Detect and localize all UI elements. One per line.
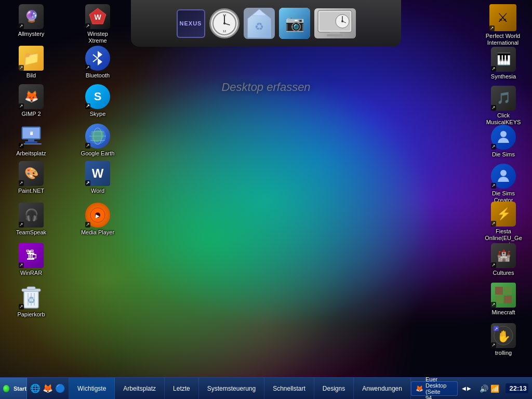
monitor-clock-icon bbox=[314, 8, 356, 38]
top-dock: NExUS 12 12 bbox=[131, 0, 401, 47]
icon-word[interactable]: W ↗ Word bbox=[77, 161, 118, 195]
svg-marker-7 bbox=[252, 9, 267, 16]
icon-skype[interactable]: S ↗ Skype bbox=[77, 84, 118, 118]
svg-line-21 bbox=[93, 55, 98, 58]
skype-icon: S ↗ bbox=[85, 84, 110, 109]
icon-google-earth[interactable]: ↗ Google Earth bbox=[77, 124, 118, 157]
taskbar-nav-anwendungen[interactable]: Anwendungen bbox=[354, 378, 411, 400]
svg-rect-45 bbox=[504, 287, 512, 295]
clock-icon: 12 12 bbox=[209, 8, 240, 38]
synthesia-icon: 🎹 ↗ bbox=[491, 47, 516, 72]
svg-rect-37 bbox=[27, 287, 35, 289]
taskbar-nav-wichtigste[interactable]: Wichtigste bbox=[69, 378, 115, 400]
camera-icon: 📷 bbox=[279, 8, 310, 39]
tray-sound[interactable]: 📶 bbox=[490, 384, 499, 393]
winrar-icon: 🗜 ↗ bbox=[19, 243, 44, 268]
taskbar-tray: 🔊 📶 bbox=[475, 384, 503, 393]
bild-icon: 📁 ↗ bbox=[19, 46, 44, 71]
icon-gimp[interactable]: 🦊 ↗ GIMP 2 bbox=[10, 84, 52, 118]
icon-trolling[interactable]: ✋ ↗ ↗ trolling bbox=[482, 323, 525, 357]
icon-minecraft[interactable]: ↗ Minecraft bbox=[482, 283, 525, 316]
icon-bluetooth[interactable]: ↗ Bluetooth bbox=[77, 46, 118, 79]
svg-text:↗: ↗ bbox=[494, 326, 498, 331]
active-window-title: Euer Desktop (Seite 94... bbox=[425, 376, 453, 400]
scroll-left[interactable]: ◀ bbox=[462, 385, 466, 391]
svg-text:✋: ✋ bbox=[497, 329, 511, 343]
icon-perfect-world[interactable]: ⚔ ↗ Perfect World International bbox=[481, 4, 525, 47]
teamspeak-icon: 🎧 ↗ bbox=[19, 203, 44, 228]
arbeitsplatz-icon: 🖥 ↗ bbox=[19, 124, 44, 149]
dock-item-camera[interactable]: 📷 bbox=[279, 8, 310, 39]
desktop: NExUS 12 12 bbox=[0, 0, 532, 399]
scroll-right[interactable]: ▶ bbox=[467, 385, 471, 391]
media-player-icon: ▶ ↗ bbox=[85, 203, 110, 228]
icon-winrar[interactable]: 🗜 ↗ WinRAR bbox=[10, 243, 52, 277]
dock-item-clock[interactable]: 12 12 bbox=[209, 8, 240, 38]
minecraft-icon: ↗ bbox=[491, 283, 516, 308]
winstep-icon: W ↗ bbox=[85, 4, 110, 29]
svg-text:♻: ♻ bbox=[27, 295, 35, 305]
dock-item-nexus[interactable]: NExUS bbox=[177, 9, 205, 38]
taskbar-right: 🦊 Euer Desktop (Seite 94... ◀ ▶ 🔊 📶 22:1… bbox=[411, 378, 532, 400]
nexus-icon: NExUS bbox=[177, 9, 205, 38]
svg-text:12: 12 bbox=[222, 30, 226, 33]
trash-icon: ♻ bbox=[244, 8, 275, 39]
svg-rect-47 bbox=[504, 296, 512, 303]
icon-media-player[interactable]: ▶ ↗ Media Player bbox=[77, 203, 118, 236]
gimp-icon: 🦊 ↗ bbox=[19, 84, 44, 109]
cultures-icon: 🏰 ↗ bbox=[491, 243, 516, 268]
icon-fiesta[interactable]: ⚡ ↗ Fiesta Online(EU_German) bbox=[481, 202, 526, 249]
start-button[interactable]: Start bbox=[0, 378, 27, 400]
dock-item-trash[interactable]: ♻ bbox=[244, 8, 275, 39]
svg-rect-46 bbox=[495, 296, 503, 303]
svg-text:📷: 📷 bbox=[285, 14, 304, 33]
google-earth-icon: ↗ bbox=[85, 124, 110, 149]
icon-teamspeak[interactable]: 🎧 ↗ TeamSpeak bbox=[10, 203, 52, 236]
bluetooth-icon: ↗ bbox=[85, 46, 110, 71]
taskbar-nav-arbeitsplatz[interactable]: Arbeitsplatz bbox=[115, 378, 165, 400]
taskbar-browser-1[interactable]: 🌐 bbox=[30, 383, 41, 393]
icon-click-musical[interactable]: 🎵 ↗ Click MusicalKEYS bbox=[481, 86, 526, 126]
taskbar-browser-2[interactable]: 🦊 bbox=[43, 383, 53, 393]
svg-point-42 bbox=[500, 131, 507, 137]
svg-text:12: 12 bbox=[222, 14, 226, 17]
taskbar-nav: Wichtigste Arbeitsplatz Letzte Systemste… bbox=[69, 378, 411, 400]
start-indicator bbox=[3, 385, 9, 392]
icon-papierkorb[interactable]: ♻ ↗ Papierkorb bbox=[10, 285, 52, 318]
fiesta-icon: ⚡ ↗ bbox=[491, 202, 516, 227]
taskbar-nav-systemsteuerung[interactable]: Systemsteuerung bbox=[199, 378, 264, 400]
taskbar-nav-designs[interactable]: Designs bbox=[314, 378, 354, 400]
svg-rect-14 bbox=[327, 34, 343, 36]
taskbar-nav-schnellstart[interactable]: Schnellstart bbox=[264, 378, 314, 400]
dock-item-monitor-clock[interactable] bbox=[314, 8, 356, 38]
svg-rect-26 bbox=[25, 141, 37, 143]
active-window[interactable]: 🦊 Euer Desktop (Seite 94... bbox=[411, 381, 458, 396]
svg-rect-44 bbox=[495, 287, 503, 295]
icon-paint-net[interactable]: 🎨 ↗ Paint.NET bbox=[10, 161, 52, 195]
icon-die-sims[interactable]: ↗ Die Sims bbox=[482, 125, 525, 158]
start-label: Start bbox=[14, 385, 26, 392]
taskbar-nav-letzte[interactable]: Letzte bbox=[165, 378, 199, 400]
desktop-icons-container: 🔮 ↗ Allmystery W ↗ Winstep Xtreme 📁 ↗ Bi… bbox=[0, 0, 532, 377]
svg-rect-27 bbox=[21, 143, 42, 144]
word-icon: W ↗ bbox=[85, 161, 110, 186]
icon-allmystery[interactable]: 🔮 ↗ Allmystery bbox=[10, 4, 52, 38]
die-sims-icon: ↗ bbox=[491, 125, 516, 150]
paint-net-icon: 🎨 ↗ bbox=[19, 161, 44, 186]
icon-arbeitsplatz[interactable]: 🖥 ↗ Arbeitsplatz bbox=[10, 124, 52, 157]
allmystery-icon: 🔮 ↗ bbox=[19, 4, 44, 29]
icon-bild[interactable]: 📁 ↗ Bild bbox=[10, 46, 52, 79]
click-musical-icon: 🎵 ↗ bbox=[491, 86, 516, 111]
svg-line-22 bbox=[93, 58, 98, 62]
trolling-icon: ✋ ↗ ↗ bbox=[491, 323, 516, 348]
svg-text:🖥: 🖥 bbox=[29, 131, 34, 136]
perfect-world-icon: ⚔ ↗ bbox=[489, 4, 516, 31]
icon-sims-creator[interactable]: ↗ Die Sims Creator bbox=[482, 164, 525, 204]
taskbar-browser-3[interactable]: 🔵 bbox=[55, 383, 65, 393]
svg-point-43 bbox=[500, 170, 507, 176]
tray-network[interactable]: 🔊 bbox=[480, 384, 488, 393]
icon-cultures[interactable]: 🏰 ↗ Cultures bbox=[482, 243, 525, 277]
svg-text:▶: ▶ bbox=[96, 213, 100, 219]
icon-winstep[interactable]: W ↗ Winstep Xtreme bbox=[77, 4, 118, 45]
icon-synthesia[interactable]: 🎹 ↗ Synthesia bbox=[482, 47, 525, 81]
